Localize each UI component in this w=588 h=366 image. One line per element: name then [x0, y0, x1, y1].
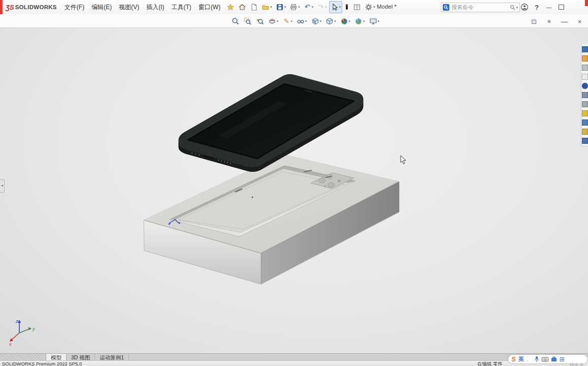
dropdown-caret-icon[interactable]: ▾: [378, 19, 380, 23]
menu-item-5[interactable]: 窗口(W): [195, 1, 224, 14]
ime-toolbar[interactable]: S 英 、 ⊞: [508, 355, 587, 363]
recording-marker-left: [0, 0, 3, 14]
pane-splitter[interactable]: [0, 354, 46, 361]
document-window-controls: ⊡✶—×: [529, 16, 585, 28]
menu-item-3[interactable]: 插入(I): [143, 1, 168, 14]
sketch-pencil-icon[interactable]: ✎▾: [281, 15, 295, 27]
search-badge-icon: [443, 4, 449, 11]
account-icon[interactable]: [520, 3, 529, 12]
document-tab-bar: 模型3D 视图运动算例1: [0, 353, 588, 361]
status-bar: SOLIDWORKS Premium 2022 SP5.0 在编辑 零件 自定义: [0, 360, 588, 366]
pin-toolbar-icon[interactable]: [225, 1, 236, 13]
taskpane-yellow-icon[interactable]: [582, 110, 588, 116]
dropdown-caret-icon[interactable]: ▾: [298, 5, 300, 9]
search-input[interactable]: 搜索命令 ▾: [441, 3, 520, 12]
viewport[interactable]: ◂ z x y: [0, 28, 588, 353]
tab-2[interactable]: 运动算例1: [95, 354, 129, 361]
tab-0[interactable]: 模型: [46, 354, 67, 361]
minimize-button[interactable]: —: [544, 3, 553, 12]
restore-button[interactable]: [557, 3, 566, 12]
options-gear-icon[interactable]: ▾: [363, 1, 377, 13]
report-icon[interactable]: [351, 1, 363, 13]
dropdown-caret-icon[interactable]: ▾: [349, 19, 351, 23]
mold-block-model[interactable]: [144, 155, 399, 284]
search-dropdown-icon[interactable]: ▾: [516, 6, 518, 10]
ime-language-toggle[interactable]: 英: [518, 355, 524, 363]
hide-show-items-icon[interactable]: ▾: [295, 15, 309, 27]
taskpane-forum-icon[interactable]: [582, 101, 588, 107]
close-button[interactable]: [585, 0, 588, 6]
dropdown-caret-icon[interactable]: ▾: [363, 19, 365, 23]
print-icon[interactable]: ▾: [288, 1, 302, 13]
close-doc-icon[interactable]: ×: [574, 16, 585, 28]
help-button[interactable]: ?: [532, 3, 541, 12]
taskpane-split-icon[interactable]: [582, 129, 588, 135]
dropdown-caret-icon[interactable]: ▾: [373, 5, 375, 9]
phone-model[interactable]: [179, 74, 363, 171]
ime-grid-icon[interactable]: ⊞: [560, 356, 565, 363]
ime-toolbox-icon[interactable]: [551, 356, 557, 362]
taskpane-properties-icon[interactable]: [582, 92, 588, 98]
taskpane-appearances-icon[interactable]: [582, 83, 588, 89]
coordinate-triad: z x y: [6, 317, 39, 347]
search-placeholder: 搜索命令: [451, 4, 510, 11]
home-icon[interactable]: [237, 1, 248, 13]
dropdown-caret-icon[interactable]: ▾: [339, 5, 341, 9]
ime-logo-icon[interactable]: S: [511, 355, 516, 363]
view-toolbar: ▾✎▾▾▾▾▾▾▾: [230, 15, 381, 27]
new-document-icon[interactable]: [248, 1, 259, 13]
3d-model-canvas[interactable]: [0, 28, 588, 353]
previous-view-icon[interactable]: [254, 15, 266, 27]
redo-icon[interactable]: ↷▾: [315, 1, 329, 13]
left-panel-collapse-tab[interactable]: ◂: [0, 179, 5, 193]
dropdown-caret-icon[interactable]: ▾: [305, 19, 307, 23]
apply-scene-icon[interactable]: ▾: [353, 15, 367, 27]
menu-item-2[interactable]: 视图(V): [115, 1, 143, 14]
menu-item-4[interactable]: 工具(T): [168, 1, 195, 14]
ime-keyboard-icon[interactable]: [542, 357, 548, 362]
dropdown-caret-icon[interactable]: ▾: [325, 5, 327, 9]
dropdown-caret-icon[interactable]: ▾: [270, 5, 272, 9]
minimize-doc-icon[interactable]: —: [559, 16, 570, 28]
pin-hole: [252, 197, 253, 198]
triad-y-label: y: [32, 326, 35, 331]
view-orientation-icon[interactable]: ▾: [324, 15, 338, 27]
undo-icon[interactable]: ↶▾: [302, 1, 315, 13]
help-icon: ?: [535, 4, 539, 11]
solidworks-logo: ƷS SOLIDWORKS: [6, 4, 57, 11]
taskpane-file-explorer-icon[interactable]: [582, 65, 588, 71]
menu-item-1[interactable]: 编辑(E): [88, 1, 115, 14]
select-cursor-icon[interactable]: ▾: [329, 1, 343, 13]
save-icon[interactable]: ▾: [274, 1, 288, 13]
touch-pen-icon[interactable]: [343, 1, 351, 13]
search-icon[interactable]: [510, 5, 516, 11]
dropdown-caret-icon[interactable]: ▾: [291, 19, 293, 23]
zoom-fit-icon[interactable]: [230, 15, 241, 27]
taskpane-view-palette-icon[interactable]: [582, 74, 588, 80]
taskpane-design-library-icon[interactable]: [582, 55, 588, 62]
expand-pane-icon[interactable]: ⊡: [529, 16, 539, 28]
dropdown-caret-icon[interactable]: ▾: [312, 5, 314, 9]
ime-punctuation-icon[interactable]: 、: [527, 356, 532, 363]
menu-bar: 文件(F)编辑(E)视图(V)插入(I)工具(T)窗口(W): [61, 1, 224, 14]
tab-1[interactable]: 3D 视图: [67, 354, 95, 361]
mouse-cursor: [401, 156, 406, 164]
view-toolbar-row: ▾✎▾▾▾▾▾▾▾ ⊡✶—×: [0, 14, 588, 28]
dropdown-caret-icon[interactable]: ▾: [277, 19, 279, 23]
taskpane-blue-icon[interactable]: [582, 119, 588, 126]
triad-x-label: x: [9, 342, 12, 347]
edit-appearance-icon[interactable]: ▾: [339, 15, 352, 27]
menu-item-0[interactable]: 文件(F): [61, 1, 88, 14]
taskpane-grid-icon[interactable]: [582, 138, 588, 144]
pin-pane-icon[interactable]: ✶: [544, 16, 554, 28]
zoom-area-icon[interactable]: [242, 15, 253, 27]
taskpane-resources-icon[interactable]: [582, 46, 588, 52]
dropdown-caret-icon[interactable]: ▾: [320, 19, 322, 23]
dropdown-caret-icon[interactable]: ▾: [334, 19, 336, 23]
ime-mic-icon[interactable]: [534, 356, 539, 362]
display-style-icon[interactable]: ▾: [310, 15, 323, 27]
open-document-icon[interactable]: ▾: [260, 1, 274, 13]
section-view-icon[interactable]: ▾: [267, 15, 280, 27]
view-settings-icon[interactable]: ▾: [368, 15, 381, 27]
dropdown-caret-icon[interactable]: ▾: [284, 5, 286, 9]
